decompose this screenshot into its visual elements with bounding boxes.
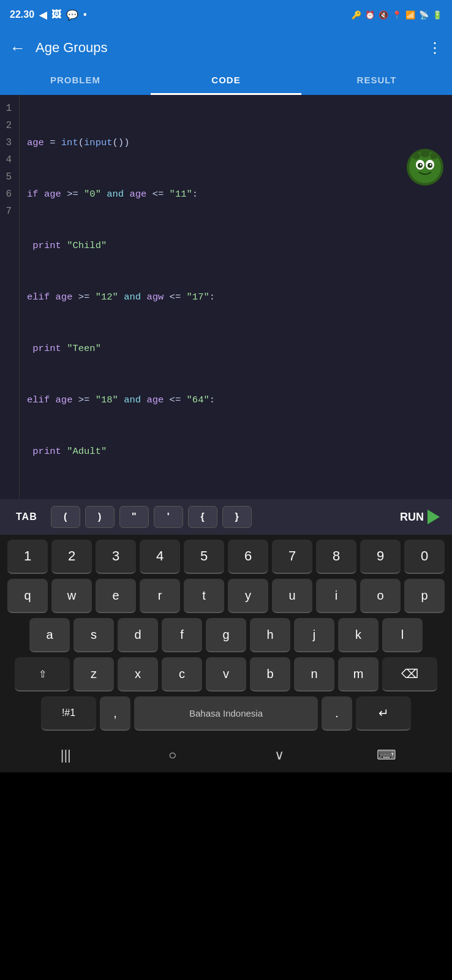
key-x[interactable]: x [118, 657, 158, 692]
status-left: 22.30 ◀ 🖼 💬 • [10, 9, 87, 21]
code-line-2: if age >= "0" and age <= "11": [27, 186, 445, 203]
key-t[interactable]: t [184, 579, 224, 613]
nav-home-button[interactable]: ○ [119, 747, 227, 763]
image-icon: 🖼 [51, 9, 61, 20]
key-o[interactable]: o [360, 579, 401, 613]
number-row: 1 2 3 4 5 6 7 8 9 0 [2, 540, 450, 574]
key-1[interactable]: 1 [7, 540, 48, 574]
close-paren-key[interactable]: ) [85, 506, 115, 528]
svg-point-7 [430, 164, 432, 166]
nav-recent-button[interactable]: ∨ [226, 747, 333, 763]
key-d[interactable]: d [118, 618, 158, 652]
tab-problem[interactable]: PROBLEM [0, 66, 151, 94]
key-z[interactable]: z [73, 657, 114, 692]
key-j[interactable]: j [294, 618, 334, 652]
dot-icon: • [83, 9, 87, 20]
key-9[interactable]: 9 [360, 540, 401, 574]
tab-result[interactable]: RESULT [301, 66, 452, 94]
run-icon [428, 510, 440, 524]
key-p[interactable]: p [404, 579, 445, 613]
alarm-icon: ⏰ [365, 10, 375, 20]
key-c[interactable]: c [162, 657, 202, 692]
nav-back-button[interactable]: ||| [12, 747, 119, 763]
open-brace-key[interactable]: { [188, 506, 217, 528]
key-u[interactable]: u [272, 579, 312, 613]
enter-key[interactable]: ↵ [356, 696, 411, 731]
key-e[interactable]: e [96, 579, 136, 613]
code-line-5: print "Teen" [27, 340, 445, 357]
nav-bar: ||| ○ ∨ ⌨ [0, 738, 452, 772]
key-status-icon: 🔑 [352, 10, 361, 20]
key-5[interactable]: 5 [184, 540, 224, 574]
tabs-bar: PROBLEM CODE RESULT [0, 66, 452, 95]
key-r[interactable]: r [140, 579, 180, 613]
key-h[interactable]: h [250, 618, 290, 652]
backspace-key[interactable]: ⌫ [382, 657, 437, 692]
asdf-row: a s d f g h j k l [2, 618, 450, 652]
code-content[interactable]: age = int(input()) if age >= "0" and age… [20, 95, 452, 499]
run-button[interactable]: RUN [393, 505, 447, 529]
key-s[interactable]: s [73, 618, 114, 652]
code-line-1: age = int(input()) [27, 134, 445, 151]
zxcv-row: ⇧ z x c v b n m ⌫ [2, 657, 450, 692]
key-b[interactable]: b [250, 657, 290, 692]
more-menu-button[interactable]: ⋮ [428, 39, 442, 56]
comma-key[interactable]: , [100, 696, 130, 731]
key-w[interactable]: w [51, 579, 92, 613]
double-quote-key[interactable]: " [119, 506, 149, 528]
app-bar-left: ← Age Groups [10, 39, 107, 58]
period-key[interactable]: . [322, 696, 352, 731]
app-bar: ← Age Groups ⋮ [0, 29, 452, 66]
back-button[interactable]: ← [10, 39, 26, 58]
key-4[interactable]: 4 [140, 540, 180, 574]
key-a[interactable]: a [29, 618, 70, 652]
key-7[interactable]: 7 [272, 540, 312, 574]
key-y[interactable]: y [228, 579, 268, 613]
navigation-icon: ◀ [39, 9, 47, 21]
key-k[interactable]: k [338, 618, 379, 652]
key-2[interactable]: 2 [51, 540, 92, 574]
tab-key[interactable]: TAB [7, 507, 46, 527]
key-0[interactable]: 0 [404, 540, 445, 574]
whatsapp-icon: 💬 [66, 9, 78, 21]
battery-icon: 🔋 [432, 10, 442, 20]
key-q[interactable]: q [7, 579, 48, 613]
signal-icon: 📡 [419, 10, 429, 20]
shift-key[interactable]: ⇧ [15, 657, 70, 692]
key-m[interactable]: m [338, 657, 379, 692]
status-time: 22.30 [10, 9, 34, 20]
run-label: RUN [400, 511, 424, 524]
code-line-6: elif age >= "18" and age <= "64": [27, 391, 445, 409]
key-8[interactable]: 8 [316, 540, 356, 574]
key-g[interactable]: g [206, 618, 246, 652]
location-icon: 📍 [392, 10, 402, 20]
key-n[interactable]: n [294, 657, 334, 692]
mute-icon: 🔇 [379, 10, 388, 20]
code-editor[interactable]: 1 2 3 4 5 6 7 age = int(input()) if age … [0, 95, 452, 499]
key-v[interactable]: v [206, 657, 246, 692]
code-toolbar: TAB ( ) " ' { } RUN [0, 499, 452, 535]
mascot-avatar [405, 148, 445, 187]
key-f[interactable]: f [162, 618, 202, 652]
status-right: 🔑 ⏰ 🔇 📍 📶 📡 🔋 [352, 10, 442, 20]
qwerty-row: q w e r t y u i o p [2, 579, 450, 613]
line-numbers: 1 2 3 4 5 6 7 [0, 95, 20, 499]
key-i[interactable]: i [316, 579, 356, 613]
open-paren-key[interactable]: ( [51, 506, 80, 528]
key-6[interactable]: 6 [228, 540, 268, 574]
space-key[interactable]: Bahasa Indonesia [134, 696, 318, 731]
svg-point-6 [420, 164, 422, 166]
page-title: Age Groups [36, 40, 107, 56]
nav-keyboard-button[interactable]: ⌨ [333, 747, 440, 763]
key-3[interactable]: 3 [96, 540, 136, 574]
wifi-icon: 📶 [405, 10, 415, 20]
tab-code[interactable]: CODE [151, 66, 301, 94]
code-line-7: print "Adult" [27, 443, 445, 460]
code-line-4: elif age >= "12" and agw <= "17": [27, 288, 445, 306]
single-quote-key[interactable]: ' [154, 506, 183, 528]
key-l[interactable]: l [382, 618, 423, 652]
close-brace-key[interactable]: } [222, 506, 252, 528]
code-line-3: print "Child" [27, 237, 445, 254]
keyboard: 1 2 3 4 5 6 7 8 9 0 q w e r t y u i o p … [0, 535, 452, 738]
symbol-key[interactable]: !#1 [41, 696, 96, 731]
